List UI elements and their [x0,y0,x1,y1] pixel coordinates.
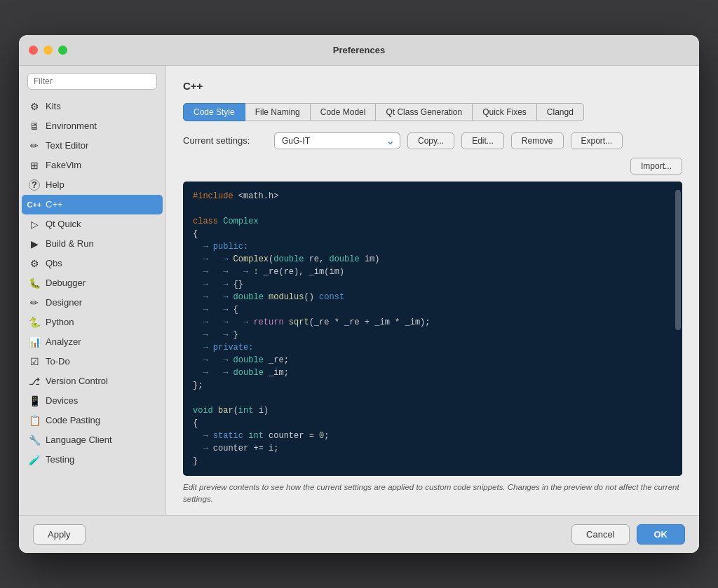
tab-code-model[interactable]: Code Model [310,103,377,121]
sidebar-item-label: Kits [46,101,61,111]
sidebar-item-language-client[interactable]: 🔧 Language Client [19,430,165,450]
sidebar-item-label: Text Editor [46,140,88,151]
sidebar-item-label: Analyzer [46,336,81,347]
preferences-window: Preferences ⚙ Kits 🖥 Environment ✏ Text … [19,35,699,554]
sidebar-item-label: Code Pasting [46,415,100,425]
close-button[interactable] [29,46,38,55]
copy-button[interactable]: Copy... [407,132,454,149]
sidebar-item-label: C++ [46,199,63,210]
current-settings-row: Current settings: GuG-IT ⌄ Copy... Edit.… [183,132,682,149]
traffic-lights [29,46,67,55]
window-title: Preferences [333,45,385,55]
current-settings-label: Current settings: [183,135,267,146]
filter-input[interactable] [27,73,157,90]
sidebar-item-label: To-Do [46,356,70,367]
sidebar: ⚙ Kits 🖥 Environment ✏ Text Editor ⊞ Fak… [19,66,166,516]
sidebar-item-label: Qt Quick [46,219,81,229]
bottom-bar: Apply Cancel OK [19,515,699,553]
qt-quick-icon: ▷ [29,219,40,230]
code-content[interactable]: #include <math.h> class Complex { → publ… [183,182,674,476]
version-control-icon: ⎇ [29,376,40,387]
todo-icon: ☑ [29,356,40,367]
current-settings-select-wrapper: GuG-IT ⌄ [274,132,400,149]
cancel-button[interactable]: Cancel [571,524,629,545]
designer-icon: ✏ [29,297,40,308]
sidebar-item-kits[interactable]: ⚙ Kits [19,97,165,116]
tabs-bar: Code Style File Naming Code Model Qt Cla… [183,103,682,121]
export-button[interactable]: Export... [571,132,623,149]
sidebar-item-analyzer[interactable]: 📊 Analyzer [19,332,165,352]
sidebar-item-label: Version Control [46,376,108,386]
sidebar-item-devices[interactable]: 📱 Devices [19,391,165,411]
sidebar-item-label: Python [46,317,74,327]
minimize-button[interactable] [43,46,53,55]
tab-qt-class-gen[interactable]: Qt Class Generation [375,103,473,121]
edit-button[interactable]: Edit... [461,132,504,149]
sidebar-item-testing[interactable]: 🧪 Testing [19,450,165,470]
sidebar-item-build-run[interactable]: ▶ Build & Run [19,234,165,254]
sidebar-item-label: Designer [46,297,82,308]
sidebar-item-todo[interactable]: ☑ To-Do [19,352,165,371]
sidebar-item-label: Help [46,179,65,190]
import-button[interactable]: Import... [630,158,682,175]
sidebar-item-cpp[interactable]: C++ C++ [22,195,163,214]
python-icon: 🐍 [29,317,40,328]
text-editor-icon: ✏ [29,140,40,151]
debugger-icon: 🐛 [29,278,40,289]
sidebar-item-designer[interactable]: ✏ Designer [19,293,165,313]
remove-button[interactable]: Remove [511,132,564,149]
sidebar-item-debugger[interactable]: 🐛 Debugger [19,273,165,293]
sidebar-item-help[interactable]: ? Help [19,175,165,195]
titlebar: Preferences [19,35,699,66]
code-pasting-icon: 📋 [29,415,40,426]
tab-quick-fixes[interactable]: Quick Fixes [472,103,537,121]
help-icon: ? [29,179,40,191]
language-client-icon: 🔧 [29,435,40,446]
build-run-icon: ▶ [29,238,40,249]
sidebar-item-version-control[interactable]: ⎇ Version Control [19,371,165,391]
sidebar-item-label: Environment [46,121,97,131]
sidebar-item-code-pasting[interactable]: 📋 Code Pasting [19,411,165,430]
tab-file-naming[interactable]: File Naming [245,103,311,121]
sidebar-item-label: Build & Run [46,238,94,249]
sidebar-item-label: Language Client [46,435,112,445]
current-settings-select[interactable]: GuG-IT [274,132,400,149]
sidebar-item-environment[interactable]: 🖥 Environment [19,116,165,136]
sidebar-item-label: Debugger [46,278,86,288]
apply-button[interactable]: Apply [33,524,86,545]
scrollbar-thumb[interactable] [675,190,681,330]
bottom-right-buttons: Cancel OK [571,524,685,545]
sidebar-item-label: Qbs [46,258,62,268]
scrollbar-track[interactable] [674,182,682,476]
ok-button[interactable]: OK [637,524,686,545]
sidebar-item-qbs[interactable]: ⚙ Qbs [19,254,165,273]
devices-icon: 📱 [29,395,40,406]
import-row: Import... [183,158,682,175]
testing-icon: 🧪 [29,454,40,465]
tab-code-style[interactable]: Code Style [183,103,245,121]
fakevim-icon: ⊞ [29,160,40,171]
analyzer-icon: 📊 [29,336,40,348]
right-panel: C++ Code Style File Naming Code Model Qt… [166,66,699,516]
sidebar-item-qt-quick[interactable]: ▷ Qt Quick [19,214,165,234]
panel-title: C++ [183,80,682,92]
environment-icon: 🖥 [29,121,40,132]
sidebar-item-label: Devices [46,395,78,406]
cpp-icon: C++ [29,199,40,210]
sidebar-item-label: FakeVim [46,160,81,170]
code-preview-description: Edit preview contents to see how the cur… [183,481,682,506]
kits-icon: ⚙ [29,101,40,112]
sidebar-item-text-editor[interactable]: ✏ Text Editor [19,136,165,156]
sidebar-item-python[interactable]: 🐍 Python [19,313,165,332]
code-preview: #include <math.h> class Complex { → publ… [183,182,682,476]
maximize-button[interactable] [58,46,67,55]
sidebar-item-label: Testing [46,454,74,465]
tab-clangd[interactable]: Clangd [536,103,584,121]
main-content: ⚙ Kits 🖥 Environment ✏ Text Editor ⊞ Fak… [19,66,699,516]
qbs-icon: ⚙ [29,258,40,269]
sidebar-item-fakevim[interactable]: ⊞ FakeVim [19,156,165,175]
